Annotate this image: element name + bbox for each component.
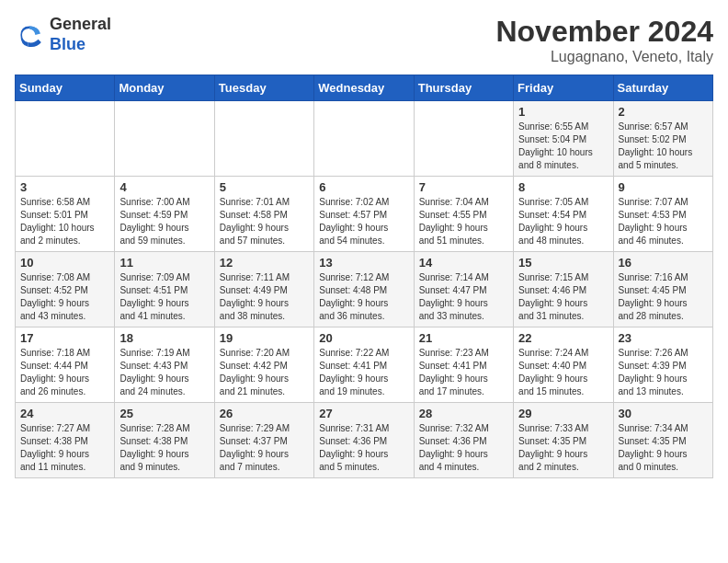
day-number: 24	[20, 407, 109, 420]
day-number: 27	[319, 407, 408, 420]
day-number: 17	[20, 331, 109, 345]
calendar-week-row: 24Sunrise: 7:27 AM Sunset: 4:38 PM Dayli…	[16, 403, 713, 478]
day-number: 6	[319, 180, 408, 194]
calendar-week-row: 10Sunrise: 7:08 AM Sunset: 4:52 PM Dayli…	[16, 252, 713, 327]
day-number: 28	[419, 407, 508, 420]
day-info: Sunrise: 6:57 AM Sunset: 5:02 PM Dayligh…	[619, 121, 708, 172]
day-number: 20	[319, 331, 408, 345]
day-info: Sunrise: 7:04 AM Sunset: 4:55 PM Dayligh…	[419, 196, 508, 247]
calendar-cell: 16Sunrise: 7:16 AM Sunset: 4:45 PM Dayli…	[613, 252, 712, 327]
day-number: 8	[518, 180, 608, 194]
day-info: Sunrise: 7:34 AM Sunset: 4:35 PM Dayligh…	[619, 422, 708, 474]
calendar-cell: 26Sunrise: 7:29 AM Sunset: 4:37 PM Dayli…	[214, 403, 313, 478]
calendar-cell: 2Sunrise: 6:57 AM Sunset: 5:02 PM Daylig…	[613, 101, 712, 177]
calendar-cell: 28Sunrise: 7:32 AM Sunset: 4:36 PM Dayli…	[414, 403, 513, 478]
calendar-cell: 1Sunrise: 6:55 AM Sunset: 5:04 PM Daylig…	[514, 101, 613, 177]
day-number: 13	[319, 256, 408, 270]
day-info: Sunrise: 7:28 AM Sunset: 4:38 PM Dayligh…	[119, 422, 209, 474]
day-info: Sunrise: 7:32 AM Sunset: 4:36 PM Dayligh…	[419, 422, 508, 474]
day-info: Sunrise: 7:12 AM Sunset: 4:48 PM Dayligh…	[319, 271, 408, 323]
day-info: Sunrise: 7:20 AM Sunset: 4:42 PM Dayligh…	[220, 347, 309, 398]
day-number: 11	[119, 256, 209, 270]
day-number: 23	[619, 331, 708, 345]
day-number: 29	[518, 407, 608, 420]
day-number: 21	[419, 331, 508, 345]
weekday-header: Thursday	[414, 75, 513, 101]
day-info: Sunrise: 7:05 AM Sunset: 4:54 PM Dayligh…	[518, 196, 608, 247]
calendar-cell: 19Sunrise: 7:20 AM Sunset: 4:42 PM Dayli…	[214, 327, 313, 403]
day-number: 15	[518, 256, 608, 270]
calendar-header-row: SundayMondayTuesdayWednesdayThursdayFrid…	[16, 75, 713, 101]
weekday-header: Monday	[115, 75, 214, 101]
day-info: Sunrise: 7:02 AM Sunset: 4:57 PM Dayligh…	[319, 196, 408, 247]
calendar-cell: 5Sunrise: 7:01 AM Sunset: 4:58 PM Daylig…	[214, 177, 313, 252]
calendar-cell	[115, 101, 214, 177]
day-number: 19	[220, 331, 309, 345]
day-info: Sunrise: 7:15 AM Sunset: 4:46 PM Dayligh…	[518, 271, 608, 323]
day-number: 25	[119, 407, 209, 420]
day-number: 1	[518, 105, 608, 119]
calendar-week-row: 3Sunrise: 6:58 AM Sunset: 5:01 PM Daylig…	[16, 177, 713, 252]
calendar-cell: 15Sunrise: 7:15 AM Sunset: 4:46 PM Dayli…	[514, 252, 613, 327]
day-number: 22	[518, 331, 608, 345]
day-number: 18	[119, 331, 209, 345]
day-info: Sunrise: 7:00 AM Sunset: 4:59 PM Dayligh…	[119, 196, 209, 247]
calendar-cell: 18Sunrise: 7:19 AM Sunset: 4:43 PM Dayli…	[115, 327, 214, 403]
day-number: 9	[619, 180, 708, 194]
day-info: Sunrise: 7:31 AM Sunset: 4:36 PM Dayligh…	[319, 422, 408, 474]
day-info: Sunrise: 7:11 AM Sunset: 4:49 PM Dayligh…	[220, 271, 309, 323]
calendar-cell: 13Sunrise: 7:12 AM Sunset: 4:48 PM Dayli…	[314, 252, 414, 327]
logo-icon	[15, 20, 44, 50]
day-number: 16	[619, 256, 708, 270]
calendar-cell: 14Sunrise: 7:14 AM Sunset: 4:47 PM Dayli…	[414, 252, 513, 327]
weekday-header: Tuesday	[214, 75, 313, 101]
calendar-cell: 20Sunrise: 7:22 AM Sunset: 4:41 PM Dayli…	[314, 327, 414, 403]
calendar-cell: 22Sunrise: 7:24 AM Sunset: 4:40 PM Dayli…	[514, 327, 613, 403]
calendar-cell: 25Sunrise: 7:28 AM Sunset: 4:38 PM Dayli…	[115, 403, 214, 478]
calendar-cell: 4Sunrise: 7:00 AM Sunset: 4:59 PM Daylig…	[115, 177, 214, 252]
calendar-cell	[314, 101, 414, 177]
weekday-header: Sunday	[16, 75, 115, 101]
day-info: Sunrise: 7:19 AM Sunset: 4:43 PM Dayligh…	[119, 347, 209, 398]
weekday-header: Wednesday	[314, 75, 414, 101]
day-number: 2	[619, 105, 708, 119]
day-number: 5	[220, 180, 309, 194]
calendar-cell: 10Sunrise: 7:08 AM Sunset: 4:52 PM Dayli…	[16, 252, 115, 327]
day-info: Sunrise: 7:07 AM Sunset: 4:53 PM Dayligh…	[619, 196, 708, 247]
day-info: Sunrise: 7:18 AM Sunset: 4:44 PM Dayligh…	[20, 347, 109, 398]
day-info: Sunrise: 7:26 AM Sunset: 4:39 PM Dayligh…	[619, 347, 708, 398]
day-number: 26	[220, 407, 309, 420]
location: Lugagnano, Veneto, Italy	[495, 49, 713, 65]
day-number: 12	[220, 256, 309, 270]
calendar-cell: 9Sunrise: 7:07 AM Sunset: 4:53 PM Daylig…	[613, 177, 712, 252]
title-block: November 2024 Lugagnano, Veneto, Italy	[495, 15, 713, 65]
weekday-header: Saturday	[613, 75, 712, 101]
day-info: Sunrise: 7:09 AM Sunset: 4:51 PM Dayligh…	[119, 271, 209, 323]
calendar-cell: 12Sunrise: 7:11 AM Sunset: 4:49 PM Dayli…	[214, 252, 313, 327]
day-info: Sunrise: 6:55 AM Sunset: 5:04 PM Dayligh…	[518, 121, 608, 172]
calendar-cell: 30Sunrise: 7:34 AM Sunset: 4:35 PM Dayli…	[613, 403, 712, 478]
calendar-cell: 3Sunrise: 6:58 AM Sunset: 5:01 PM Daylig…	[16, 177, 115, 252]
month-title: November 2024	[495, 15, 713, 49]
calendar-week-row: 17Sunrise: 7:18 AM Sunset: 4:44 PM Dayli…	[16, 327, 713, 403]
calendar-cell	[214, 101, 313, 177]
calendar-cell	[16, 101, 115, 177]
day-number: 30	[619, 407, 708, 420]
day-number: 7	[419, 180, 508, 194]
calendar-table: SundayMondayTuesdayWednesdayThursdayFrid…	[15, 75, 713, 478]
day-info: Sunrise: 7:29 AM Sunset: 4:37 PM Dayligh…	[220, 422, 309, 474]
logo: General Blue	[15, 15, 111, 54]
day-info: Sunrise: 7:01 AM Sunset: 4:58 PM Dayligh…	[220, 196, 309, 247]
day-info: Sunrise: 7:33 AM Sunset: 4:35 PM Dayligh…	[518, 422, 608, 474]
day-info: Sunrise: 6:58 AM Sunset: 5:01 PM Dayligh…	[20, 196, 109, 247]
calendar-cell: 29Sunrise: 7:33 AM Sunset: 4:35 PM Dayli…	[514, 403, 613, 478]
day-info: Sunrise: 7:14 AM Sunset: 4:47 PM Dayligh…	[419, 271, 508, 323]
day-info: Sunrise: 7:27 AM Sunset: 4:38 PM Dayligh…	[20, 422, 109, 474]
page-header: General Blue November 2024 Lugagnano, Ve…	[15, 15, 713, 65]
day-info: Sunrise: 7:08 AM Sunset: 4:52 PM Dayligh…	[20, 271, 109, 323]
calendar-cell	[414, 101, 513, 177]
logo-text: General Blue	[50, 15, 111, 54]
calendar-cell: 24Sunrise: 7:27 AM Sunset: 4:38 PM Dayli…	[16, 403, 115, 478]
day-info: Sunrise: 7:16 AM Sunset: 4:45 PM Dayligh…	[619, 271, 708, 323]
calendar-cell: 6Sunrise: 7:02 AM Sunset: 4:57 PM Daylig…	[314, 177, 414, 252]
